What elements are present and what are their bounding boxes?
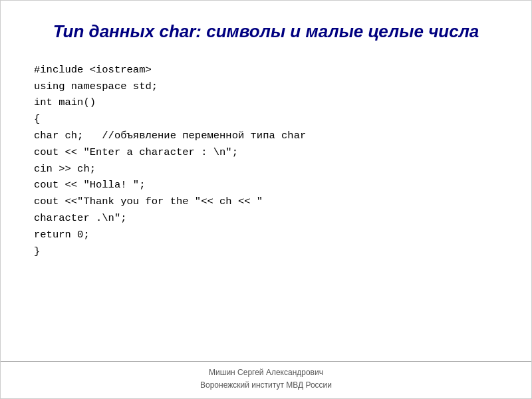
code-line-11: return 0;: [34, 227, 498, 243]
footer-divider: [1, 361, 531, 362]
slide-title: Тип данных char: символы и малые целые ч…: [34, 21, 498, 43]
title-suffix: : символы и малые целые числа: [196, 21, 479, 41]
footer: Мишин Сергей Александрович Воронежский и…: [1, 366, 531, 392]
code-line-1: #include <iostream>: [34, 62, 498, 78]
code-line-7: cin >> ch;: [34, 161, 498, 178]
slide-container: Тип данных char: символы и малые целые ч…: [0, 0, 532, 399]
code-line-4: {: [34, 111, 498, 128]
code-line-3: int main(): [34, 94, 498, 111]
title-bold: char: [159, 21, 196, 41]
title-prefix: Тип данных: [53, 21, 160, 41]
footer-line2: Воронежский институт МВД России: [1, 379, 531, 392]
code-line-8: cout << "Holla! ";: [34, 177, 498, 194]
code-line-6: cout << "Enter a character : \n";: [34, 144, 498, 161]
code-line-9: cout <<"Thank you for the "<< ch << ": [34, 194, 498, 210]
code-line-12: }: [34, 243, 498, 260]
footer-line1: Мишин Сергей Александрович: [1, 366, 531, 379]
code-line-5: char ch; //объявление переменной типа ch…: [34, 128, 498, 144]
code-block: #include <iostream> using namespace std;…: [34, 62, 498, 352]
code-line-10: character .\n";: [34, 210, 498, 227]
code-line-2: using namespace std;: [34, 78, 498, 95]
